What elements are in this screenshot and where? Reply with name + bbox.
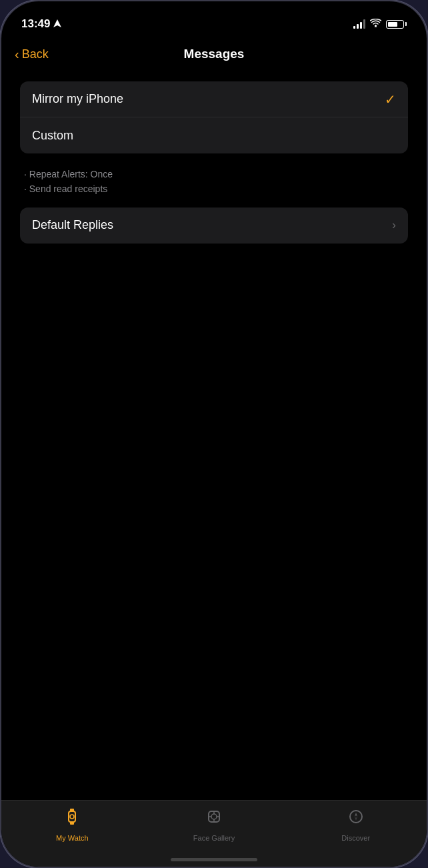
svg-point-6 <box>211 814 217 819</box>
discover-icon <box>347 807 365 831</box>
status-right-icons <box>353 19 407 29</box>
svg-marker-12 <box>355 813 357 817</box>
discover-tab-label: Discover <box>341 834 370 842</box>
phone-frame: 13:49 <box>0 0 428 868</box>
mirror-iphone-checkmark: ✓ <box>385 91 396 107</box>
info-line-1: · Repeat Alerts: Once <box>24 167 404 181</box>
chevron-right-icon: › <box>392 218 396 232</box>
custom-row[interactable]: Custom <box>20 117 408 153</box>
back-label: Back <box>22 47 49 61</box>
tab-face-gallery[interactable]: Face Gallery <box>143 807 285 842</box>
svg-point-4 <box>70 815 74 819</box>
back-chevron-icon: ‹ <box>15 47 19 62</box>
signal-icon <box>353 19 365 29</box>
default-replies-label: Default Replies <box>32 218 113 232</box>
svg-point-11 <box>350 811 362 823</box>
screen: 13:49 <box>1 1 427 867</box>
time-display: 13:49 <box>21 17 50 31</box>
notification-style-group: Mirror my iPhone ✓ Custom <box>20 81 408 153</box>
tab-my-watch[interactable]: My Watch <box>1 807 143 842</box>
face-gallery-icon <box>205 807 223 831</box>
tab-bar: My Watch Face Gallery <box>1 800 427 867</box>
default-replies-group: Default Replies › <box>20 207 408 244</box>
my-watch-icon <box>63 807 81 831</box>
mirror-iphone-label: Mirror my iPhone <box>32 92 123 106</box>
svg-rect-3 <box>70 821 74 825</box>
nav-bar: ‹ Back Messages <box>1 40 427 68</box>
page-title: Messages <box>184 47 245 61</box>
svg-rect-2 <box>70 809 74 812</box>
info-line-2: · Send read receipts <box>24 181 404 196</box>
svg-point-0 <box>375 25 377 27</box>
battery-icon <box>386 20 407 29</box>
tab-discover[interactable]: Discover <box>285 807 427 842</box>
face-gallery-tab-label: Face Gallery <box>193 834 235 842</box>
info-text-block: · Repeat Alerts: Once · Send read receip… <box>20 161 408 207</box>
mirror-iphone-row[interactable]: Mirror my iPhone ✓ <box>20 81 408 117</box>
location-icon <box>53 19 61 29</box>
my-watch-tab-label: My Watch <box>56 834 89 842</box>
content-area: Mirror my iPhone ✓ Custom · Repeat Alert… <box>1 68 427 265</box>
svg-marker-13 <box>355 817 357 821</box>
default-replies-row[interactable]: Default Replies › <box>20 207 408 244</box>
wifi-icon <box>370 19 381 29</box>
status-time: 13:49 <box>21 17 61 31</box>
back-button[interactable]: ‹ Back <box>15 47 49 62</box>
home-indicator <box>171 858 257 861</box>
dynamic-island <box>174 11 254 35</box>
custom-label: Custom <box>32 129 73 143</box>
